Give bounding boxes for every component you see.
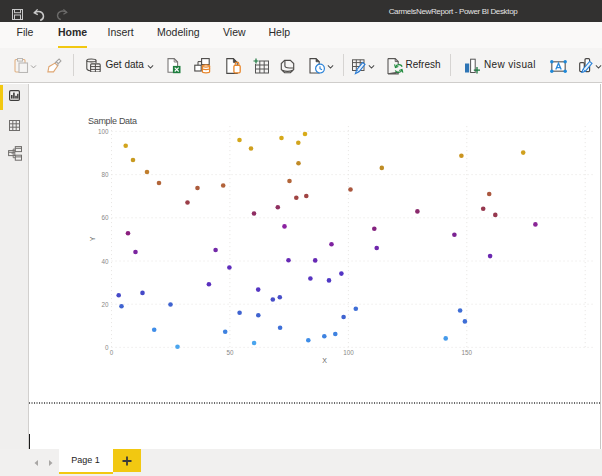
svg-text:0: 0 xyxy=(110,349,114,356)
svg-text:Sample Data: Sample Data xyxy=(88,116,137,126)
svg-text:X: X xyxy=(322,357,327,364)
svg-text:60: 60 xyxy=(101,214,109,221)
svg-text:Y: Y xyxy=(89,236,96,241)
svg-text:20: 20 xyxy=(101,301,109,308)
svg-text:80: 80 xyxy=(101,171,109,178)
svg-text:100: 100 xyxy=(98,128,109,135)
svg-text:50: 50 xyxy=(226,349,234,356)
svg-text:40: 40 xyxy=(101,258,109,265)
svg-text:0: 0 xyxy=(105,344,109,351)
svg-text:150: 150 xyxy=(462,349,473,356)
svg-text:100: 100 xyxy=(343,349,354,356)
